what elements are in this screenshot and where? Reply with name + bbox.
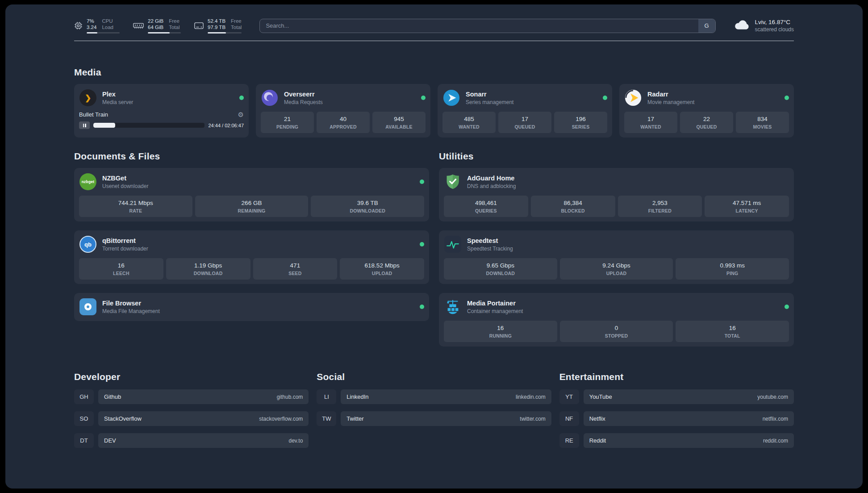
bookmark-stackoverflow[interactable]: SO StackOverflow stackoverflow.com bbox=[74, 411, 309, 426]
service-desc: Media server bbox=[102, 99, 133, 105]
bookmark-linkedin[interactable]: LI LinkedIn linkedin.com bbox=[317, 389, 551, 404]
media-grid: ❯ Plex Media server Bullet Train ⚙ bbox=[74, 84, 794, 138]
radarr-icon bbox=[624, 89, 642, 107]
stat-available: 945 AVAILABLE bbox=[372, 112, 426, 133]
weather-widget: Lviv, 16.87°C scattered clouds bbox=[734, 19, 794, 33]
resource-monitors: 7% 3.24 CPU Load bbox=[74, 18, 242, 33]
nzbget-icon: nzbget bbox=[79, 173, 97, 191]
stat-latency: 47.571 ms LATENCY bbox=[705, 196, 789, 217]
playback-time: 24:44 / 02:06:47 bbox=[208, 123, 244, 128]
memory-bar bbox=[148, 32, 181, 33]
service-stats: 498,461 QUERIES 86,384 BLOCKED 2,953 FIL… bbox=[444, 196, 789, 217]
disk-labels: Free Total bbox=[231, 18, 242, 30]
status-dot bbox=[420, 242, 424, 246]
service-desc: Media Requests bbox=[284, 99, 323, 105]
status-dot bbox=[421, 96, 426, 100]
bookmark-abbr: LI bbox=[317, 389, 336, 404]
bookmark-abbr: GH bbox=[74, 389, 94, 404]
service-desc: Container management bbox=[467, 308, 523, 314]
cpu-values: 7% 3.24 bbox=[87, 18, 96, 30]
weather-condition: scattered clouds bbox=[755, 26, 794, 33]
bookmark-reddit[interactable]: RE Reddit reddit.com bbox=[559, 433, 794, 448]
bookmark-youtube[interactable]: YT YouTube youtube.com bbox=[559, 389, 794, 404]
search-provider-button[interactable]: G bbox=[698, 19, 715, 33]
documents-column: Documents & Files nzbget NZBGet Usenet d… bbox=[74, 151, 429, 347]
plex-now-playing: Bullet Train ⚙ 24:44 / 02:06:47 bbox=[79, 111, 244, 129]
stat-download: 9.65 Gbps DOWNLOAD bbox=[444, 258, 557, 280]
memory-icon bbox=[133, 22, 144, 29]
search-input[interactable] bbox=[259, 19, 715, 33]
service-name: Radarr bbox=[647, 90, 694, 98]
dashboard: 7% 3.24 CPU Load bbox=[5, 4, 863, 489]
bookmarks-social: Social LI LinkedIn linkedin.com TW Twitt… bbox=[317, 372, 551, 455]
service-name: NZBGet bbox=[102, 174, 148, 182]
qbittorrent-icon: qb bbox=[79, 235, 97, 253]
status-dot bbox=[420, 180, 424, 184]
service-name: Sonarr bbox=[466, 90, 513, 98]
bookmark-abbr: YT bbox=[559, 389, 579, 404]
service-link-radarr[interactable]: Radarr Movie management bbox=[624, 88, 789, 108]
memory-labels: Free Total bbox=[169, 18, 179, 30]
cloud-icon bbox=[734, 19, 750, 32]
service-link-qbittorrent[interactable]: qb qBittorrent Torrent downloader bbox=[79, 234, 424, 254]
service-stats: 485 WANTED 17 QUEUED 196 SERIES bbox=[442, 112, 607, 133]
service-desc: Speedtest Tracking bbox=[467, 246, 513, 252]
bookmarks-developer: Developer GH Github github.com SO StackO… bbox=[74, 372, 309, 455]
pause-button[interactable] bbox=[79, 121, 90, 129]
stat-running: 16 RUNNING bbox=[444, 321, 557, 342]
overseerr-icon bbox=[261, 89, 279, 107]
service-stats: 16 RUNNING 0 STOPPED 16 TOTAL bbox=[444, 321, 789, 342]
service-stats: 744.21 Mbps RATE 266 GB REMAINING 39.6 T… bbox=[79, 196, 424, 217]
stat-upload: 618.52 Mbps UPLOAD bbox=[340, 258, 424, 280]
bookmark-abbr: RE bbox=[559, 433, 579, 448]
disk-widget: 52.4 TB 97.9 TB Free Total bbox=[194, 18, 242, 33]
stat-stopped: 0 STOPPED bbox=[560, 321, 673, 342]
stat-upload: 9.24 Gbps UPLOAD bbox=[560, 258, 673, 280]
section-title-documents: Documents & Files bbox=[74, 151, 429, 162]
service-name: Plex bbox=[102, 90, 133, 98]
service-name: Speedtest bbox=[467, 237, 513, 245]
service-link-plex[interactable]: ❯ Plex Media server bbox=[79, 88, 244, 108]
speedtest-icon bbox=[444, 235, 462, 253]
cpu-labels: CPU Load bbox=[102, 18, 113, 30]
bookmark-abbr: DT bbox=[74, 433, 94, 448]
plex-icon: ❯ bbox=[79, 89, 97, 107]
section-title-utilities: Utilities bbox=[439, 151, 794, 162]
service-card-speedtest: Speedtest Speedtest Tracking 9.65 Gbps D… bbox=[439, 230, 794, 284]
service-card-adguard: AdGuard Home DNS and adblocking 498,461 … bbox=[439, 168, 794, 221]
status-dot bbox=[785, 305, 789, 309]
service-link-overseerr[interactable]: Overseerr Media Requests bbox=[261, 88, 426, 108]
service-card-radarr: Radarr Movie management 17 WANTED 22 QUE… bbox=[619, 84, 794, 138]
service-card-qbittorrent: qb qBittorrent Torrent downloader 16 LEE… bbox=[74, 230, 429, 284]
service-name: Overseerr bbox=[284, 90, 323, 98]
service-desc: Series management bbox=[466, 99, 513, 105]
service-card-overseerr: Overseerr Media Requests 21 PENDING 40 A… bbox=[256, 84, 430, 138]
stat-movies: 834 MOVIES bbox=[736, 112, 789, 133]
weather-location: Lviv, 16.87°C bbox=[755, 19, 794, 25]
service-card-filebrowser: File Browser Media File Management bbox=[74, 293, 429, 321]
service-link-speedtest[interactable]: Speedtest Speedtest Tracking bbox=[444, 234, 789, 254]
service-link-nzbget[interactable]: nzbget NZBGet Usenet downloader bbox=[79, 172, 424, 192]
service-link-filebrowser[interactable]: File Browser Media File Management bbox=[79, 297, 424, 317]
stat-wanted: 485 WANTED bbox=[442, 112, 496, 133]
bookmark-netflix[interactable]: NF Netflix netflix.com bbox=[559, 411, 794, 426]
gear-icon[interactable]: ⚙ bbox=[238, 111, 244, 118]
bookmark-github[interactable]: GH Github github.com bbox=[74, 389, 309, 404]
service-link-adguard[interactable]: AdGuard Home DNS and adblocking bbox=[444, 172, 789, 192]
playback-progress-bar[interactable] bbox=[93, 123, 204, 128]
stat-remaining: 266 GB REMAINING bbox=[195, 196, 309, 217]
service-link-portainer[interactable]: Media Portainer Container management bbox=[444, 297, 789, 317]
filebrowser-icon bbox=[79, 298, 97, 316]
service-stats: 17 WANTED 22 QUEUED 834 MOVIES bbox=[624, 112, 789, 133]
bookmark-abbr: TW bbox=[317, 411, 336, 426]
service-link-sonarr[interactable]: Sonarr Series management bbox=[442, 88, 607, 108]
stat-downloaded: 39.6 TB DOWNLOADED bbox=[311, 196, 424, 217]
service-stats: 21 PENDING 40 APPROVED 945 AVAILABLE bbox=[261, 112, 426, 133]
disk-bar bbox=[208, 32, 242, 33]
stat-series: 196 SERIES bbox=[554, 112, 607, 133]
cpu-icon bbox=[74, 21, 83, 30]
service-desc: Usenet downloader bbox=[102, 183, 148, 189]
topbar-divider bbox=[74, 41, 794, 41]
bookmark-dev[interactable]: DT DEV dev.to bbox=[74, 433, 309, 448]
bookmark-twitter[interactable]: TW Twitter twitter.com bbox=[317, 411, 551, 426]
